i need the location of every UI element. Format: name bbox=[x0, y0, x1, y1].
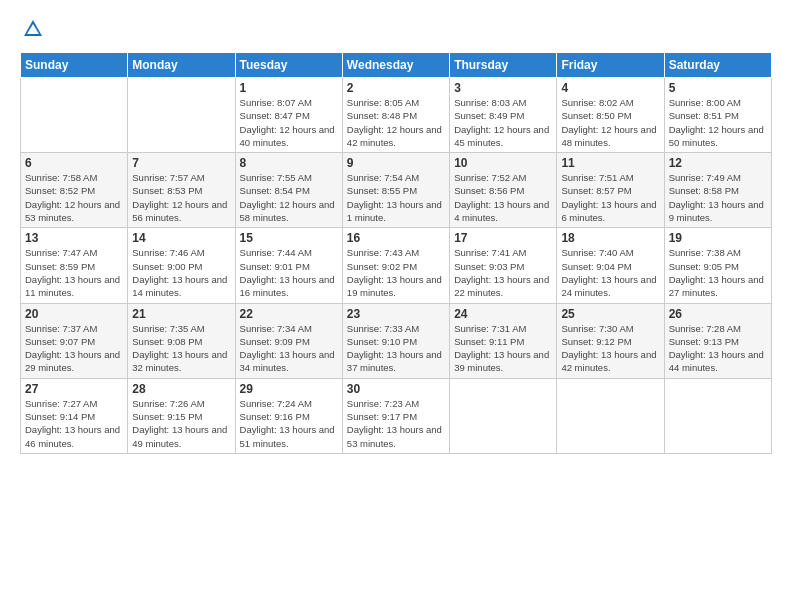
calendar-cell: 10Sunrise: 7:52 AMSunset: 8:56 PMDayligh… bbox=[450, 153, 557, 228]
day-number: 1 bbox=[240, 81, 338, 95]
calendar-cell: 26Sunrise: 7:28 AMSunset: 9:13 PMDayligh… bbox=[664, 303, 771, 378]
day-number: 21 bbox=[132, 307, 230, 321]
calendar-cell: 30Sunrise: 7:23 AMSunset: 9:17 PMDayligh… bbox=[342, 378, 449, 453]
day-number: 25 bbox=[561, 307, 659, 321]
day-info: Sunrise: 7:43 AMSunset: 9:02 PMDaylight:… bbox=[347, 247, 442, 298]
calendar-cell: 16Sunrise: 7:43 AMSunset: 9:02 PMDayligh… bbox=[342, 228, 449, 303]
calendar-week: 27Sunrise: 7:27 AMSunset: 9:14 PMDayligh… bbox=[21, 378, 772, 453]
day-number: 3 bbox=[454, 81, 552, 95]
header-row: SundayMondayTuesdayWednesdayThursdayFrid… bbox=[21, 53, 772, 78]
day-number: 8 bbox=[240, 156, 338, 170]
day-info: Sunrise: 7:31 AMSunset: 9:11 PMDaylight:… bbox=[454, 323, 549, 374]
calendar-cell: 19Sunrise: 7:38 AMSunset: 9:05 PMDayligh… bbox=[664, 228, 771, 303]
header-day: Saturday bbox=[664, 53, 771, 78]
header-day: Sunday bbox=[21, 53, 128, 78]
calendar-cell: 4Sunrise: 8:02 AMSunset: 8:50 PMDaylight… bbox=[557, 78, 664, 153]
calendar-week: 13Sunrise: 7:47 AMSunset: 8:59 PMDayligh… bbox=[21, 228, 772, 303]
day-info: Sunrise: 8:07 AMSunset: 8:47 PMDaylight:… bbox=[240, 97, 335, 148]
calendar-header: SundayMondayTuesdayWednesdayThursdayFrid… bbox=[21, 53, 772, 78]
calendar-week: 20Sunrise: 7:37 AMSunset: 9:07 PMDayligh… bbox=[21, 303, 772, 378]
calendar-cell bbox=[557, 378, 664, 453]
day-number: 26 bbox=[669, 307, 767, 321]
logo bbox=[20, 18, 44, 44]
calendar-cell: 20Sunrise: 7:37 AMSunset: 9:07 PMDayligh… bbox=[21, 303, 128, 378]
calendar-cell bbox=[664, 378, 771, 453]
day-info: Sunrise: 7:26 AMSunset: 9:15 PMDaylight:… bbox=[132, 398, 227, 449]
day-info: Sunrise: 7:58 AMSunset: 8:52 PMDaylight:… bbox=[25, 172, 120, 223]
day-info: Sunrise: 7:38 AMSunset: 9:05 PMDaylight:… bbox=[669, 247, 764, 298]
header-day: Wednesday bbox=[342, 53, 449, 78]
day-number: 17 bbox=[454, 231, 552, 245]
day-number: 18 bbox=[561, 231, 659, 245]
day-number: 27 bbox=[25, 382, 123, 396]
day-info: Sunrise: 8:03 AMSunset: 8:49 PMDaylight:… bbox=[454, 97, 549, 148]
day-info: Sunrise: 7:52 AMSunset: 8:56 PMDaylight:… bbox=[454, 172, 549, 223]
calendar-cell: 11Sunrise: 7:51 AMSunset: 8:57 PMDayligh… bbox=[557, 153, 664, 228]
calendar-cell: 9Sunrise: 7:54 AMSunset: 8:55 PMDaylight… bbox=[342, 153, 449, 228]
header-day: Monday bbox=[128, 53, 235, 78]
calendar-cell: 24Sunrise: 7:31 AMSunset: 9:11 PMDayligh… bbox=[450, 303, 557, 378]
logo-text bbox=[20, 18, 44, 44]
day-info: Sunrise: 8:02 AMSunset: 8:50 PMDaylight:… bbox=[561, 97, 656, 148]
day-number: 22 bbox=[240, 307, 338, 321]
day-number: 29 bbox=[240, 382, 338, 396]
header bbox=[20, 18, 772, 44]
day-info: Sunrise: 7:40 AMSunset: 9:04 PMDaylight:… bbox=[561, 247, 656, 298]
day-info: Sunrise: 7:55 AMSunset: 8:54 PMDaylight:… bbox=[240, 172, 335, 223]
calendar-week: 6Sunrise: 7:58 AMSunset: 8:52 PMDaylight… bbox=[21, 153, 772, 228]
day-number: 6 bbox=[25, 156, 123, 170]
page: SundayMondayTuesdayWednesdayThursdayFrid… bbox=[0, 0, 792, 612]
header-day: Friday bbox=[557, 53, 664, 78]
day-info: Sunrise: 8:00 AMSunset: 8:51 PMDaylight:… bbox=[669, 97, 764, 148]
calendar-cell: 22Sunrise: 7:34 AMSunset: 9:09 PMDayligh… bbox=[235, 303, 342, 378]
day-info: Sunrise: 7:27 AMSunset: 9:14 PMDaylight:… bbox=[25, 398, 120, 449]
day-info: Sunrise: 7:47 AMSunset: 8:59 PMDaylight:… bbox=[25, 247, 120, 298]
day-info: Sunrise: 7:44 AMSunset: 9:01 PMDaylight:… bbox=[240, 247, 335, 298]
calendar-cell: 17Sunrise: 7:41 AMSunset: 9:03 PMDayligh… bbox=[450, 228, 557, 303]
calendar-week: 1Sunrise: 8:07 AMSunset: 8:47 PMDaylight… bbox=[21, 78, 772, 153]
calendar-cell: 18Sunrise: 7:40 AMSunset: 9:04 PMDayligh… bbox=[557, 228, 664, 303]
day-number: 30 bbox=[347, 382, 445, 396]
calendar-cell: 7Sunrise: 7:57 AMSunset: 8:53 PMDaylight… bbox=[128, 153, 235, 228]
day-number: 11 bbox=[561, 156, 659, 170]
day-info: Sunrise: 7:46 AMSunset: 9:00 PMDaylight:… bbox=[132, 247, 227, 298]
day-number: 7 bbox=[132, 156, 230, 170]
day-number: 12 bbox=[669, 156, 767, 170]
calendar-cell: 5Sunrise: 8:00 AMSunset: 8:51 PMDaylight… bbox=[664, 78, 771, 153]
calendar-cell: 25Sunrise: 7:30 AMSunset: 9:12 PMDayligh… bbox=[557, 303, 664, 378]
calendar-cell: 12Sunrise: 7:49 AMSunset: 8:58 PMDayligh… bbox=[664, 153, 771, 228]
day-info: Sunrise: 8:05 AMSunset: 8:48 PMDaylight:… bbox=[347, 97, 442, 148]
day-number: 10 bbox=[454, 156, 552, 170]
day-number: 9 bbox=[347, 156, 445, 170]
day-number: 28 bbox=[132, 382, 230, 396]
day-info: Sunrise: 7:28 AMSunset: 9:13 PMDaylight:… bbox=[669, 323, 764, 374]
day-info: Sunrise: 7:37 AMSunset: 9:07 PMDaylight:… bbox=[25, 323, 120, 374]
day-number: 24 bbox=[454, 307, 552, 321]
day-number: 16 bbox=[347, 231, 445, 245]
day-number: 15 bbox=[240, 231, 338, 245]
calendar-cell: 8Sunrise: 7:55 AMSunset: 8:54 PMDaylight… bbox=[235, 153, 342, 228]
day-info: Sunrise: 7:35 AMSunset: 9:08 PMDaylight:… bbox=[132, 323, 227, 374]
day-number: 5 bbox=[669, 81, 767, 95]
day-info: Sunrise: 7:23 AMSunset: 9:17 PMDaylight:… bbox=[347, 398, 442, 449]
calendar-cell: 6Sunrise: 7:58 AMSunset: 8:52 PMDaylight… bbox=[21, 153, 128, 228]
day-number: 20 bbox=[25, 307, 123, 321]
calendar-cell: 15Sunrise: 7:44 AMSunset: 9:01 PMDayligh… bbox=[235, 228, 342, 303]
day-info: Sunrise: 7:33 AMSunset: 9:10 PMDaylight:… bbox=[347, 323, 442, 374]
day-info: Sunrise: 7:41 AMSunset: 9:03 PMDaylight:… bbox=[454, 247, 549, 298]
calendar-cell bbox=[450, 378, 557, 453]
day-info: Sunrise: 7:30 AMSunset: 9:12 PMDaylight:… bbox=[561, 323, 656, 374]
day-number: 4 bbox=[561, 81, 659, 95]
calendar-cell: 2Sunrise: 8:05 AMSunset: 8:48 PMDaylight… bbox=[342, 78, 449, 153]
calendar-cell: 29Sunrise: 7:24 AMSunset: 9:16 PMDayligh… bbox=[235, 378, 342, 453]
calendar-cell: 23Sunrise: 7:33 AMSunset: 9:10 PMDayligh… bbox=[342, 303, 449, 378]
calendar-body: 1Sunrise: 8:07 AMSunset: 8:47 PMDaylight… bbox=[21, 78, 772, 454]
calendar-cell: 3Sunrise: 8:03 AMSunset: 8:49 PMDaylight… bbox=[450, 78, 557, 153]
day-info: Sunrise: 7:24 AMSunset: 9:16 PMDaylight:… bbox=[240, 398, 335, 449]
day-number: 14 bbox=[132, 231, 230, 245]
calendar-cell: 28Sunrise: 7:26 AMSunset: 9:15 PMDayligh… bbox=[128, 378, 235, 453]
day-number: 23 bbox=[347, 307, 445, 321]
day-info: Sunrise: 7:49 AMSunset: 8:58 PMDaylight:… bbox=[669, 172, 764, 223]
calendar-table: SundayMondayTuesdayWednesdayThursdayFrid… bbox=[20, 52, 772, 454]
header-day: Thursday bbox=[450, 53, 557, 78]
